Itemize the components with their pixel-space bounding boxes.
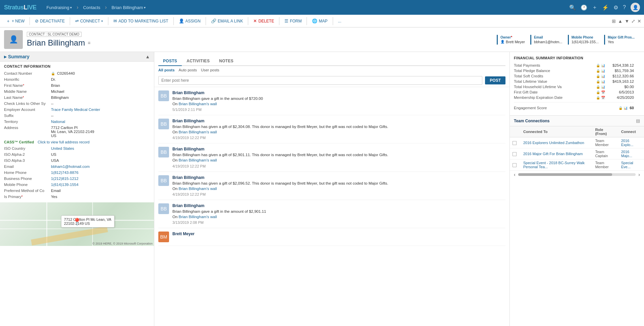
posts-header: POSTS ACTIVITIES NOTES — [154, 52, 509, 66]
posts-filter-bar: All posts Auto posts User posts — [154, 66, 509, 74]
employer-label: Employer Account — [4, 108, 51, 112]
contact-header: 👤 CONTACT : SL CONTACT DEMO Brian Billin… — [0, 27, 644, 52]
team-checkbox-3[interactable] — [513, 163, 517, 167]
mobile-phone-row: Mobile Phone 1(614)139-1554 — [4, 182, 150, 188]
connect-button[interactable]: ⇌ CONNECT ▾ — [72, 17, 106, 25]
territory-label: Territory — [4, 120, 51, 124]
calendar-icon-membership: 📅 — [601, 96, 605, 100]
close-icon[interactable]: ✕ — [637, 18, 641, 24]
help-icon[interactable]: ? — [623, 4, 626, 10]
iso-alpha2-value: US — [51, 152, 150, 156]
team-row-1-connected: 2016 Explorers Unlimited Zumbathon — [521, 137, 592, 148]
toolbar-right-controls: ⊞ ▲ ▼ ⤢ ✕ — [612, 18, 641, 24]
nav-contacts[interactable]: Contacts — [80, 4, 104, 11]
map-button[interactable]: 🌐 MAP — [309, 17, 331, 25]
delete-icon: ✕ — [253, 18, 257, 23]
chart-icon-payments: 📊 — [601, 64, 605, 67]
search-icon[interactable]: 🔍 — [569, 4, 576, 11]
contact-menu-icon[interactable]: ≡ — [88, 40, 90, 46]
territory-value: National — [51, 120, 150, 124]
owner-label: Owner* — [500, 36, 525, 39]
summary-collapse-icon[interactable]: ▲ — [145, 54, 150, 59]
post-text-1: Brian Billingham gave a gift in the amou… — [172, 96, 505, 101]
post-wall-2: On Brian Billingham's wall — [172, 129, 505, 135]
post-input-field[interactable] — [158, 76, 482, 85]
email-label: Email — [534, 36, 562, 39]
hierarchy-icon[interactable]: ⊞ — [612, 18, 616, 24]
tab-activities[interactable]: ACTIVITIES — [182, 57, 214, 66]
team-table-body: 2016 Explorers Unlimited Zumbathon Team … — [510, 137, 644, 171]
clock-icon[interactable]: 🕐 — [581, 4, 587, 11]
post-submit-button[interactable]: POST — [485, 76, 505, 84]
email-info-value: bbham1@hotmail.com — [51, 165, 150, 169]
tab-posts[interactable]: POSTS — [158, 57, 182, 66]
more-button[interactable]: ... — [335, 17, 345, 25]
chart-icon-household: 📊 — [601, 85, 605, 89]
home-phone-label: Home Phone — [4, 171, 51, 175]
filter-icon[interactable]: ⚡ — [602, 4, 609, 11]
tab-notes[interactable]: NOTES — [214, 57, 238, 66]
form-button[interactable]: ☰ FORM — [281, 17, 305, 25]
expand-icon[interactable]: ⤢ — [631, 18, 635, 24]
scroll-up-icon[interactable]: ▲ — [618, 18, 623, 24]
col-checkbox — [510, 126, 521, 137]
user-avatar[interactable]: 👤 — [631, 3, 640, 12]
post-date-3: 4/19/2019 12:22 PM — [172, 164, 505, 168]
middle-name-label: Middle Name — [4, 89, 51, 93]
post-wall-1: On Brian Billingham's wall — [172, 101, 505, 107]
post-avatar-6: BM — [158, 232, 169, 242]
toolbar-sep-3 — [108, 17, 108, 25]
deactivate-button[interactable]: ⊘ DEACTIVATE — [32, 17, 68, 25]
lock-icon: 🔒 — [51, 72, 55, 75]
middle-panel: POSTS ACTIVITIES NOTES All posts Auto po… — [154, 52, 510, 326]
financial-summary-section: FINANCIAL SUMMARY INFORMATION Total Paym… — [510, 52, 644, 115]
filter-all-posts[interactable]: All posts — [158, 68, 175, 72]
contact-tag[interactable]: CONTACT : SL CONTACT DEMO — [27, 32, 82, 37]
financial-summary-title: FINANCIAL SUMMARY INFORMATION — [514, 56, 634, 60]
chart-icon-lifetime: 📊 — [601, 80, 605, 83]
team-table-head: Connected To Role (From) Connect — [510, 126, 644, 137]
contact-header-left: 👤 CONTACT : SL CONTACT DEMO Brian Billin… — [4, 30, 91, 49]
total-lifetime-value: $419,163.12 — [607, 79, 634, 83]
team-scroll-right-btn[interactable]: › — [637, 172, 641, 177]
new-button[interactable]: ＋ + NEW — [3, 17, 28, 25]
breadcrumb-separator-1: › — [76, 4, 78, 10]
connect-dropdown-icon: ▾ — [101, 19, 103, 23]
post-author-6: Brett Meyer — [172, 232, 505, 236]
lifetime-icons: 🔒 📊 — [596, 80, 605, 83]
email-link-button[interactable]: 🔗 EMAIL A LINK — [208, 17, 247, 25]
plus-icon[interactable]: ＋ — [592, 4, 597, 11]
iso-alpha3-label: ISO Alpha-3 — [4, 158, 51, 162]
add-to-marketing-button[interactable]: ✉ ADD TO MARKETING LIST — [110, 17, 171, 25]
nav-contact-name[interactable]: Brian Billingham ▾ — [108, 4, 149, 11]
household-icons: 🔒 📊 — [596, 85, 605, 89]
contact-number-label: Contact Number — [4, 71, 51, 75]
business-phone-row: Business Phone 1(212)815-1212 — [4, 176, 150, 182]
nav-fundraising[interactable]: Fundraising ▾ — [43, 4, 75, 11]
post-author-4: Brian Billingham — [172, 175, 505, 180]
team-checkbox-1[interactable] — [513, 141, 517, 145]
iso-alpha2-label: ISO Alpha-2 — [4, 152, 51, 156]
post-content-5: Brian Billingham Brian Billingham gave a… — [172, 203, 505, 224]
filter-user-posts[interactable]: User posts — [201, 68, 219, 72]
financial-row-membership: Membership Expiration Date 🔒 📅 4/25/2020 — [514, 95, 634, 100]
team-row-3-check — [510, 159, 521, 171]
map-visual: 7712 Carlton Pl Mc Lean, VA 22102-2149 U… — [0, 202, 154, 246]
toolbar-sep-5 — [206, 17, 206, 25]
filter-auto-posts[interactable]: Auto posts — [179, 68, 197, 72]
map-copyright: © 2019 HERE, © 2019 Microsoft Corporatio… — [93, 242, 153, 245]
delete-button[interactable]: ✕ DELETE — [250, 17, 277, 25]
cass-row: CASS™ Certified Click to view full addre… — [4, 139, 150, 145]
team-checkbox-2[interactable] — [513, 152, 517, 156]
team-row-1: 2016 Explorers Unlimited Zumbathon Team … — [510, 137, 644, 148]
scroll-down-icon[interactable]: ▼ — [625, 18, 629, 24]
assign-button[interactable]: 👤 ASSIGN — [175, 17, 204, 25]
team-scroll-left-btn[interactable]: ‹ — [513, 172, 517, 177]
check-links-label: Check Links to Other Sy — [4, 102, 51, 106]
top-navigation: StratusLIVE Fundraising ▾ › Contacts › B… — [0, 0, 644, 15]
toolbar-sep-2 — [70, 17, 70, 25]
cass-link[interactable]: Click to view full address record — [38, 140, 90, 144]
settings-icon[interactable]: ⚙ — [613, 4, 618, 11]
team-grid-icon[interactable]: ▤ — [636, 118, 640, 123]
lock-icon-soft: 🔒 — [596, 74, 600, 78]
